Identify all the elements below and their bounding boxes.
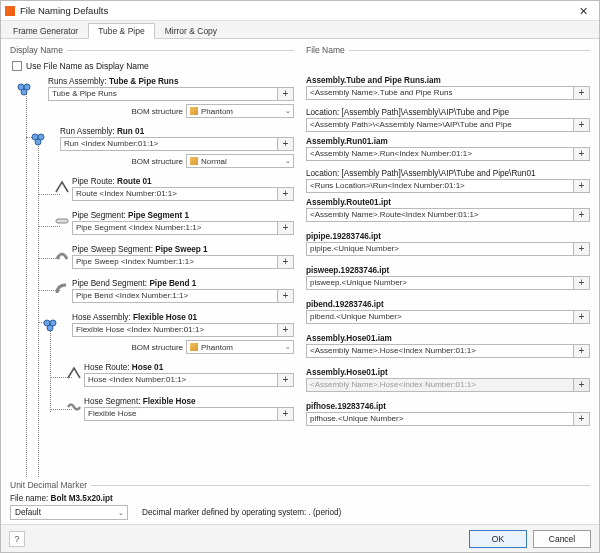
fn-pipe-bend-field[interactable]: pibend.<Unique Number> — [306, 310, 574, 324]
fn-runs-location-row: Location: [Assembly Path]\Assembly\AIP\T… — [306, 108, 590, 135]
fn-hose-route-add-button[interactable]: + — [574, 378, 590, 392]
pipe-segment-row: Pipe Segment: Pipe Segment 1 Pipe Segmen… — [10, 211, 294, 243]
pipe-bend-field[interactable]: Pipe Bend <Index Number:1:1> — [72, 289, 278, 303]
pipe-segment-field[interactable]: Pipe Segment <Index Number:1:1> — [72, 221, 278, 235]
fn-runs-location-field[interactable]: <Assembly Path>\<Assembly Name>\AIP\Tube… — [306, 118, 574, 132]
fn-hose-segment-add-button[interactable]: + — [574, 412, 590, 426]
run-assembly-field[interactable]: Run <Index Number:01:1> — [60, 137, 278, 151]
fn-pipe-sweep-row: pisweep.19283746.ipt pisweep.<Unique Num… — [306, 266, 590, 298]
runs-assembly-row: Runs Assembly: Tube & Pipe Runs Tube & P… — [10, 77, 294, 125]
hose-segment-add-button[interactable]: + — [278, 407, 294, 421]
run-assembly-bom-select[interactable]: Normal ⌄ — [186, 154, 294, 168]
bom-label: BOM structure — [131, 107, 183, 116]
fn-hose-route-row: Assembly.Hose01.ipt <Assembly Name>.Hose… — [306, 368, 590, 400]
assembly-icon — [16, 81, 32, 97]
chevron-down-icon: ⌄ — [285, 343, 291, 351]
hose-segment-row: Hose Segment: Flexible Hose Flexible Hos… — [10, 397, 294, 429]
assembly-icon — [30, 131, 46, 147]
pipe-bend-add-button[interactable]: + — [278, 289, 294, 303]
tab-mirror-and-copy[interactable]: Mirror & Copy — [155, 23, 227, 38]
fn-runs-assembly-field[interactable]: <Assembly Name>.Tube and Pipe Runs — [306, 86, 574, 100]
pipe-sweep-row: Pipe Sweep Segment: Pipe Sweep 1 Pipe Sw… — [10, 245, 294, 277]
route-icon — [54, 179, 70, 195]
unit-file-value: Bolt M3.5x20.ipt — [51, 494, 113, 503]
fn-pipe-segment-add-button[interactable]: + — [574, 242, 590, 256]
ok-button[interactable]: OK — [469, 530, 527, 548]
display-name-heading: Display Name — [10, 45, 294, 55]
body: Display Name Use File Name as Display Na… — [1, 39, 599, 478]
fn-run-location-field[interactable]: <Runs Location>\Run<Index Number:01:1> — [306, 179, 574, 193]
svg-point-2 — [21, 89, 27, 95]
use-filename-checkbox[interactable] — [12, 61, 22, 71]
runs-assembly-field[interactable]: Tube & Pipe Runs — [48, 87, 278, 101]
file-name-column: File Name Assembly.Tube and Pipe Runs.ia… — [306, 45, 590, 476]
hose-assembly-add-button[interactable]: + — [278, 323, 294, 337]
fn-pipe-route-field[interactable]: <Assembly Name>.Route<Index Number:01:1> — [306, 208, 574, 222]
fn-run-assembly-field[interactable]: <Assembly Name>.Run<Index Number:01:1> — [306, 147, 574, 161]
fn-run-location-add-button[interactable]: + — [574, 179, 590, 193]
use-filename-row[interactable]: Use File Name as Display Name — [12, 61, 294, 71]
run-assembly-add-button[interactable]: + — [278, 137, 294, 151]
cancel-button[interactable]: Cancel — [533, 530, 591, 548]
chevron-down-icon: ⌄ — [285, 107, 291, 115]
fn-runs-assembly-add-button[interactable]: + — [574, 86, 590, 100]
fn-pipe-segment-field[interactable]: pipipe.<Unique Number> — [306, 242, 574, 256]
fn-hose-assembly-row: Assembly.Hose01.iam <Assembly Name>.Hose… — [306, 334, 590, 366]
segment-icon — [54, 213, 70, 229]
runs-assembly-bom-select[interactable]: Phantom ⌄ — [186, 104, 294, 118]
cube-icon — [190, 343, 198, 351]
assembly-icon — [42, 317, 58, 333]
app-icon — [5, 6, 15, 16]
footer: ? OK Cancel — [1, 524, 599, 552]
display-name-tree: Runs Assembly: Tube & Pipe Runs Tube & P… — [10, 77, 294, 476]
hose-assembly-field[interactable]: Flexible Hose <Index Number:01:1> — [72, 323, 278, 337]
hose-assembly-bom-select[interactable]: Phantom ⌄ — [186, 340, 294, 354]
pipe-sweep-add-button[interactable]: + — [278, 255, 294, 269]
tab-tube-and-pipe[interactable]: Tube & Pipe — [88, 23, 154, 39]
pipe-route-add-button[interactable]: + — [278, 187, 294, 201]
fn-hose-route-field: <Assembly Name>.Hose<Index Number:01:1> — [306, 378, 574, 392]
fn-hose-assembly-add-button[interactable]: + — [574, 344, 590, 358]
fn-pipe-bend-add-button[interactable]: + — [574, 310, 590, 324]
bend-icon — [54, 281, 70, 297]
decimal-marker-select[interactable]: Default ⌄ — [10, 505, 128, 520]
runs-assembly-label: Runs Assembly: — [48, 77, 107, 86]
fn-pipe-route-add-button[interactable]: + — [574, 208, 590, 222]
file-naming-defaults-window: File Naming Defaults ✕ Frame Generator T… — [0, 0, 600, 553]
close-button[interactable]: ✕ — [571, 3, 595, 19]
fn-runs-assembly-row: Assembly.Tube and Pipe Runs.iam <Assembl… — [306, 76, 590, 106]
chevron-down-icon: ⌄ — [285, 157, 291, 165]
fn-hose-assembly-field[interactable]: <Assembly Name>.Hose<Index Number:01:1> — [306, 344, 574, 358]
display-name-column: Display Name Use File Name as Display Na… — [10, 45, 294, 476]
fn-pipe-sweep-add-button[interactable]: + — [574, 276, 590, 290]
fn-run-assembly-add-button[interactable]: + — [574, 147, 590, 161]
hose-route-add-button[interactable]: + — [278, 373, 294, 387]
tab-frame-generator[interactable]: Frame Generator — [3, 23, 88, 38]
decimal-marker-note: Decimal marker defined by operating syst… — [142, 508, 341, 517]
runs-assembly-boldname: Tube & Pipe Runs — [109, 77, 178, 86]
fn-pipe-sweep-field[interactable]: pisweep.<Unique Number> — [306, 276, 574, 290]
hose-segment-field[interactable]: Flexible Hose — [84, 407, 278, 421]
fn-pipe-segment-row: pipipe.19283746.ipt pipipe.<Unique Numbe… — [306, 232, 590, 264]
unit-file-label: File name: — [10, 494, 48, 503]
hose-route-field[interactable]: Hose <Index Number:01:1> — [84, 373, 278, 387]
fn-hose-segment-field[interactable]: pifhose.<Unique Number> — [306, 412, 574, 426]
runs-assembly-add-button[interactable]: + — [278, 87, 294, 101]
svg-point-5 — [35, 139, 41, 145]
fn-runs-location-add-button[interactable]: + — [574, 118, 590, 132]
display-name-label: Display Name — [10, 45, 63, 55]
chevron-down-icon: ⌄ — [118, 509, 124, 517]
titlebar: File Naming Defaults ✕ — [1, 1, 599, 21]
pipe-segment-add-button[interactable]: + — [278, 221, 294, 235]
pipe-route-row: Pipe Route: Route 01 Route <Index Number… — [10, 177, 294, 209]
help-button[interactable]: ? — [9, 531, 25, 547]
pipe-route-field[interactable]: Route <Index Number:01:1> — [72, 187, 278, 201]
hose-icon — [66, 399, 82, 415]
fn-pipe-route-row: Assembly.Route01.ipt <Assembly Name>.Rou… — [306, 198, 590, 230]
pipe-sweep-field[interactable]: Pipe Sweep <Index Number:1:1> — [72, 255, 278, 269]
window-title: File Naming Defaults — [20, 5, 108, 16]
tab-strip: Frame Generator Tube & Pipe Mirror & Cop… — [1, 21, 599, 39]
hose-assembly-row: Hose Assembly: Flexible Hose 01 Flexible… — [10, 313, 294, 361]
unit-heading: Unit Decimal Marker — [10, 480, 590, 490]
hose-route-row: Hose Route: Hose 01 Hose <Index Number:0… — [10, 363, 294, 395]
